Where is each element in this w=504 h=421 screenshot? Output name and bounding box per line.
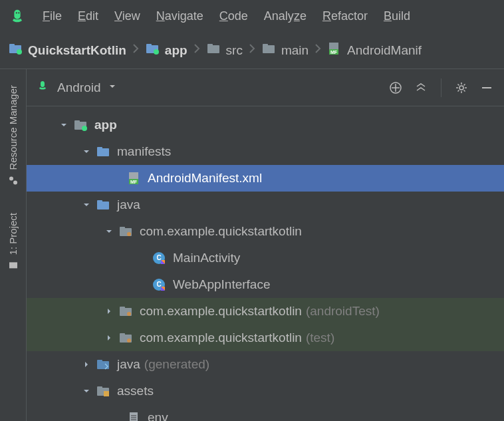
sidebar-tab-project[interactable]: 1: Project <box>5 206 21 277</box>
tree-suffix: (generated) <box>144 357 209 372</box>
breadcrumb-project[interactable]: QuickstartKotlin <box>8 41 126 59</box>
android-icon <box>36 78 51 96</box>
breadcrumb-src[interactable]: src <box>206 41 243 59</box>
tree-row[interactable]: com.example.quickstartkotlin(test) <box>27 325 504 351</box>
svg-rect-46 <box>104 391 109 396</box>
tree-arrow-icon[interactable] <box>81 387 92 395</box>
svg-rect-4 <box>146 44 152 47</box>
svg-point-5 <box>154 49 159 55</box>
menu-navigate[interactable]: Navigate <box>156 9 203 23</box>
svg-point-38 <box>127 312 131 316</box>
breadcrumb-label: main <box>281 43 309 58</box>
tree-arrow-icon[interactable] <box>81 148 92 156</box>
tree-row[interactable]: CMainActivity <box>27 245 504 271</box>
tree-row[interactable]: manifests <box>27 138 504 165</box>
tree-suffix: (test) <box>306 331 334 345</box>
package-icon <box>118 331 133 345</box>
svg-text:MF: MF <box>330 50 338 55</box>
tree-label: java <box>117 357 140 372</box>
tree-label: java <box>117 198 140 212</box>
menu-file[interactable]: File <box>43 9 62 23</box>
project-view-selector[interactable]: Android <box>36 78 117 96</box>
tree-row[interactable]: MFAndroidManifest.xml <box>27 165 504 192</box>
menubar: File Edit View Navigate Code Analyze Ref… <box>0 0 504 32</box>
svg-rect-7 <box>207 44 213 47</box>
tree-arrow-icon[interactable] <box>104 227 114 235</box>
kotlin-class-icon: C <box>152 277 166 292</box>
chevron-right-icon <box>130 42 141 59</box>
breadcrumb-label: AndroidManif <box>347 43 422 58</box>
tree-row[interactable]: CWebAppInterface <box>27 271 504 298</box>
tree-suffix: (androidTest) <box>306 304 380 319</box>
tree-row[interactable]: app <box>27 112 504 138</box>
tree-row[interactable]: assets <box>27 378 504 404</box>
kotlin-class-icon: C <box>152 251 166 265</box>
tree-arrow-icon[interactable] <box>104 307 114 315</box>
folder-icon <box>96 198 110 212</box>
breadcrumb-label: app <box>165 43 188 58</box>
menu-view[interactable]: View <box>114 9 140 23</box>
breadcrumb: QuickstartKotlin app src main MF Android… <box>0 32 504 69</box>
tree-label: app <box>94 118 117 132</box>
tree-label: com.example.quickstartkotlin <box>140 304 302 319</box>
svg-point-31 <box>127 232 131 236</box>
file-icon <box>126 410 141 421</box>
breadcrumb-manifest[interactable]: MF AndroidManif <box>327 41 422 59</box>
folder-icon <box>206 41 221 59</box>
tree-arrow-icon[interactable] <box>59 121 69 129</box>
collapse-all-icon[interactable] <box>413 80 429 96</box>
menu-analyze[interactable]: Analyze <box>264 9 307 23</box>
manifest-icon: MF <box>126 171 141 186</box>
tree-row[interactable]: env <box>27 404 504 421</box>
module-icon <box>145 41 160 59</box>
svg-text:C: C <box>156 281 161 288</box>
left-sidebar: Resource Manager 1: Project <box>0 69 27 421</box>
breadcrumb-main[interactable]: main <box>261 41 309 59</box>
tree-row[interactable]: com.example.quickstartkotlin <box>27 218 504 245</box>
svg-rect-15 <box>9 262 17 268</box>
svg-text:C: C <box>156 254 161 261</box>
svg-rect-23 <box>97 147 102 150</box>
tree-label: WebAppInterface <box>173 277 270 292</box>
svg-point-2 <box>17 49 22 55</box>
tree-row[interactable]: java(generated) <box>27 351 504 378</box>
tree-label: assets <box>117 384 154 398</box>
svg-point-13 <box>13 181 17 185</box>
chevron-down-icon <box>108 80 117 94</box>
svg-rect-37 <box>120 307 125 309</box>
svg-rect-18 <box>482 87 491 88</box>
chevron-right-icon <box>191 42 202 59</box>
tree-arrow-icon[interactable] <box>104 334 114 342</box>
svg-rect-45 <box>97 386 102 389</box>
tree-row[interactable]: java <box>27 192 504 218</box>
svg-rect-40 <box>120 333 125 336</box>
tree-arrow-icon[interactable] <box>81 360 92 368</box>
menu-refactor[interactable]: Refactor <box>322 9 368 23</box>
menu-code[interactable]: Code <box>219 9 248 23</box>
select-opened-file-icon[interactable] <box>388 80 404 96</box>
gear-icon[interactable] <box>453 80 469 96</box>
svg-rect-20 <box>74 120 80 123</box>
tree-row[interactable]: com.example.quickstartkotlin(androidTest… <box>27 298 504 325</box>
tree-arrow-icon[interactable] <box>81 201 92 209</box>
svg-rect-9 <box>263 44 268 47</box>
svg-rect-43 <box>97 360 102 362</box>
package-icon <box>118 304 133 319</box>
sidebar-tab-label: Resource Manager <box>7 85 19 170</box>
menu-build[interactable]: Build <box>384 9 410 23</box>
breadcrumb-app[interactable]: app <box>145 41 188 59</box>
minimize-icon[interactable] <box>479 80 495 96</box>
menu-edit[interactable]: Edit <box>78 9 98 23</box>
svg-rect-30 <box>120 227 125 229</box>
tree-label: com.example.quickstartkotlin <box>140 224 302 239</box>
selector-label: Android <box>57 80 101 95</box>
manifest-icon: MF <box>327 41 342 59</box>
breadcrumb-label: src <box>226 43 243 58</box>
package-icon <box>118 224 133 239</box>
tree-label: env <box>148 410 168 421</box>
android-studio-logo-icon <box>8 7 27 25</box>
project-tab-icon <box>7 260 19 271</box>
tree-label: com.example.quickstartkotlin <box>140 331 302 345</box>
sidebar-tab-resource-manager[interactable]: Resource Manager <box>5 78 21 193</box>
project-tree: appmanifestsMFAndroidManifest.xmljavacom… <box>27 106 504 421</box>
